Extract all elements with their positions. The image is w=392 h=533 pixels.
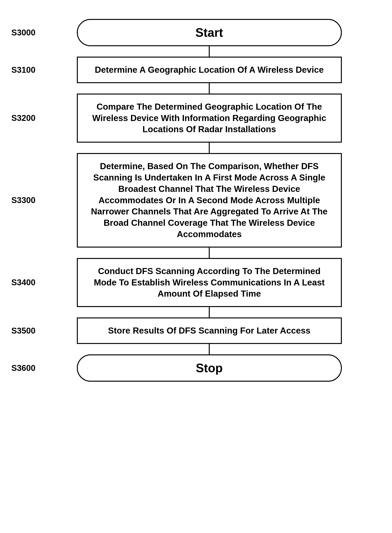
s3500-box-col: Store Results Of DFS Scanning For Later …	[42, 317, 392, 344]
s3300-box: Determine, Based On The Comparison, Whet…	[77, 153, 342, 248]
label-s3200: S3200	[0, 113, 42, 123]
stop-box-col: Stop	[42, 354, 392, 382]
connector-4	[0, 307, 392, 317]
s3500-box: Store Results Of DFS Scanning For Later …	[77, 317, 342, 344]
stop-box: Stop	[77, 354, 342, 382]
step-s3200-row: S3200 Compare The Determined Geographic …	[0, 94, 392, 143]
vert-line-3	[209, 248, 210, 258]
step-s3100-row: S3100 Determine A Geographic Location Of…	[0, 57, 392, 83]
start-box-col: Start	[42, 19, 392, 46]
connector-0	[0, 46, 392, 57]
step-s3500-row: S3500 Store Results Of DFS Scanning For …	[0, 317, 392, 344]
label-s3400: S3400	[0, 278, 42, 287]
label-s3600: S3600	[0, 363, 42, 373]
step-stop-row: S3600 Stop	[0, 354, 392, 382]
start-box: Start	[77, 19, 342, 46]
vert-line-4	[209, 307, 210, 317]
label-s3100: S3100	[0, 65, 42, 75]
connector-1	[0, 83, 392, 94]
connector-2	[0, 143, 392, 153]
label-s3000: S3000	[0, 28, 42, 37]
s3100-box: Determine A Geographic Location Of A Wir…	[77, 57, 342, 83]
vert-line-5	[209, 344, 210, 354]
s3100-box-col: Determine A Geographic Location Of A Wir…	[42, 57, 392, 83]
connector-5	[0, 344, 392, 354]
label-s3500: S3500	[0, 326, 42, 335]
step-start-row: S3000 Start	[0, 19, 392, 46]
label-s3300: S3300	[0, 195, 42, 205]
s3400-box-col: Conduct DFS Scanning According To The De…	[42, 258, 392, 307]
s3300-box-col: Determine, Based On The Comparison, Whet…	[42, 153, 392, 248]
vert-line-0	[209, 46, 210, 57]
vert-line-1	[209, 83, 210, 94]
s3200-box: Compare The Determined Geographic Locati…	[77, 94, 342, 143]
vert-line-2	[209, 143, 210, 153]
s3200-box-col: Compare The Determined Geographic Locati…	[42, 94, 392, 143]
s3400-box: Conduct DFS Scanning According To The De…	[77, 258, 342, 307]
step-s3300-row: S3300 Determine, Based On The Comparison…	[0, 153, 392, 248]
step-s3400-row: S3400 Conduct DFS Scanning According To …	[0, 258, 392, 307]
flowchart: S3000 Start S3100 Determine A Geographic…	[0, 8, 392, 533]
connector-3	[0, 248, 392, 258]
